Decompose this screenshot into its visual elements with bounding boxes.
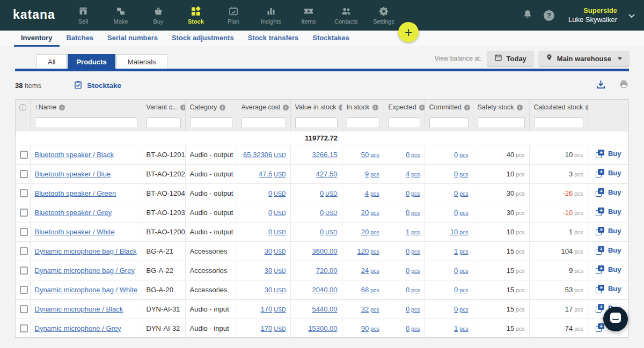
committed-link[interactable]: 1pcs: [454, 324, 469, 332]
average-cost-link[interactable]: 30USD: [265, 247, 286, 255]
filter-input-name[interactable]: [35, 117, 137, 128]
expected-link[interactable]: 0pcs: [406, 324, 420, 332]
average-cost-link[interactable]: 65.32306USD: [243, 151, 286, 159]
buy-button[interactable]: +Buy: [596, 246, 621, 255]
filter-input-safety-stock[interactable]: [478, 117, 525, 128]
value-in-stock-link[interactable]: 720.00: [316, 266, 338, 275]
in-stock-link[interactable]: 20pcs: [361, 228, 379, 236]
product-name-link[interactable]: Dynamic microphone bag / Grey: [35, 266, 135, 275]
committed-link[interactable]: 0pcs: [454, 170, 469, 178]
row-checkbox[interactable]: [20, 324, 28, 332]
download-icon[interactable]: [596, 79, 606, 92]
committed-link[interactable]: 0pcs: [454, 151, 469, 159]
column-header-category[interactable]: Categoryi: [185, 100, 237, 115]
tab-materials[interactable]: Materials: [116, 54, 167, 69]
filter-input-average-cost[interactable]: [241, 117, 286, 128]
committed-link[interactable]: 0pcs: [454, 209, 469, 217]
filter-input-expected[interactable]: [389, 117, 420, 128]
committed-link[interactable]: 0pcs: [454, 305, 469, 313]
committed-link[interactable]: 0pcs: [454, 266, 469, 275]
create-new-button[interactable]: +: [398, 22, 419, 42]
expected-link[interactable]: 0pcs: [406, 151, 420, 159]
in-stock-link[interactable]: 9pcs: [365, 170, 379, 178]
filter-input-category[interactable]: [190, 117, 232, 128]
row-checkbox[interactable]: [20, 151, 28, 159]
row-checkbox[interactable]: [20, 170, 28, 178]
in-stock-link[interactable]: 90pcs: [361, 324, 379, 332]
subnav-item-stock-adjustments[interactable]: Stock adjustments: [165, 31, 241, 47]
average-cost-link[interactable]: 170USD: [261, 305, 286, 313]
nav-item-buy[interactable]: Buy: [140, 0, 177, 31]
tab-products[interactable]: Products: [68, 54, 115, 69]
value-in-stock-link[interactable]: 15300.00: [308, 324, 337, 332]
column-header-safety-stock[interactable]: Safety stocki: [473, 100, 529, 115]
row-checkbox[interactable]: [20, 189, 28, 197]
in-stock-link[interactable]: 32pcs: [361, 305, 379, 313]
row-checkbox[interactable]: [20, 305, 28, 313]
product-name-link[interactable]: Dynamic microphone bag / Black: [35, 247, 137, 255]
buy-button[interactable]: +Buy: [596, 265, 621, 274]
product-name-link[interactable]: Bluetooth speaker / Green: [35, 189, 116, 197]
in-stock-link[interactable]: 68pcs: [361, 286, 379, 294]
column-header-average-cost[interactable]: Average costi: [237, 100, 290, 115]
expected-link[interactable]: 4pcs: [406, 170, 420, 178]
row-checkbox[interactable]: [20, 286, 28, 294]
nav-item-insights[interactable]: Insights: [252, 0, 290, 31]
value-in-stock-link[interactable]: 3266.15: [312, 151, 338, 159]
filter-input-value-in-stock[interactable]: [295, 117, 338, 128]
in-stock-link[interactable]: 50pcs: [361, 151, 379, 159]
expected-link[interactable]: 0pcs: [406, 209, 420, 217]
average-cost-link[interactable]: 47.5USD: [259, 170, 286, 178]
average-cost-link[interactable]: 170USD: [261, 324, 286, 332]
buy-button[interactable]: +Buy: [596, 227, 621, 235]
committed-link[interactable]: 1pcs: [454, 247, 469, 255]
expected-link[interactable]: 0pcs: [406, 305, 420, 313]
subnav-item-stocktakes[interactable]: Stocktakes: [305, 31, 356, 47]
buy-button[interactable]: +Buy: [596, 150, 621, 158]
filter-input-committed[interactable]: [429, 117, 469, 128]
average-cost-link[interactable]: 0USD: [268, 209, 286, 217]
row-checkbox[interactable]: [20, 266, 28, 275]
in-stock-link[interactable]: 20pcs: [361, 209, 379, 217]
column-header-name[interactable]: ↑Namei: [30, 100, 142, 115]
product-name-link[interactable]: Dynamic microphone bag / White: [35, 286, 137, 294]
nav-item-plan[interactable]: Plan: [215, 0, 252, 31]
product-name-link[interactable]: Bluetooth speaker / Blue: [35, 170, 111, 178]
row-checkbox[interactable]: [20, 247, 28, 255]
buy-button[interactable]: +Buy: [596, 188, 621, 197]
nav-item-make[interactable]: Make: [102, 0, 140, 31]
in-stock-link[interactable]: 4pcs: [365, 189, 379, 197]
chat-launcher[interactable]: [603, 307, 628, 331]
expected-link[interactable]: 0pcs: [406, 266, 420, 275]
column-header-expected[interactable]: Expectedi: [384, 100, 425, 115]
value-in-stock-link[interactable]: 2040.00: [312, 286, 338, 294]
average-cost-link[interactable]: 30USD: [265, 286, 286, 294]
nav-item-stock[interactable]: Stock: [177, 0, 215, 31]
buy-button[interactable]: +Buy: [596, 285, 621, 293]
committed-link[interactable]: 0pcs: [454, 286, 469, 294]
committed-link[interactable]: 10pcs: [450, 228, 469, 236]
row-checkbox[interactable]: [20, 209, 28, 217]
warehouse-dropdown[interactable]: Main warehouse: [539, 51, 629, 66]
product-name-link[interactable]: Bluetooth speaker / Black: [35, 151, 114, 159]
account-menu[interactable]: Superside Luke Skywalker: [568, 6, 617, 24]
chevron-down-icon[interactable]: [628, 11, 635, 20]
buy-button[interactable]: +Buy: [596, 208, 621, 216]
column-header-value-in-stock[interactable]: Value in stocki: [290, 100, 342, 115]
committed-link[interactable]: 0pcs: [454, 189, 469, 197]
product-name-link[interactable]: Dynamic microphone / Grey: [35, 324, 121, 332]
average-cost-link[interactable]: 0USD: [268, 228, 286, 236]
print-icon[interactable]: [619, 79, 629, 91]
average-cost-link[interactable]: 0USD: [268, 189, 286, 197]
in-stock-link[interactable]: 120pcs: [357, 247, 379, 255]
average-cost-link[interactable]: 30USD: [265, 266, 286, 275]
column-header-variant-c[interactable]: Variant c...i: [142, 100, 185, 115]
expected-link[interactable]: 0pcs: [406, 189, 420, 197]
subnav-item-stock-transfers[interactable]: Stock transfers: [241, 31, 306, 47]
subnav-item-serial-numbers[interactable]: Serial numbers: [100, 31, 165, 47]
nav-item-items[interactable]: Items: [290, 0, 327, 31]
filter-input-variant-c[interactable]: [147, 117, 181, 128]
expected-link[interactable]: 0pcs: [406, 247, 420, 255]
value-in-stock-link[interactable]: 5440.00: [312, 305, 338, 313]
column-header-committed[interactable]: Committedi: [425, 100, 473, 115]
